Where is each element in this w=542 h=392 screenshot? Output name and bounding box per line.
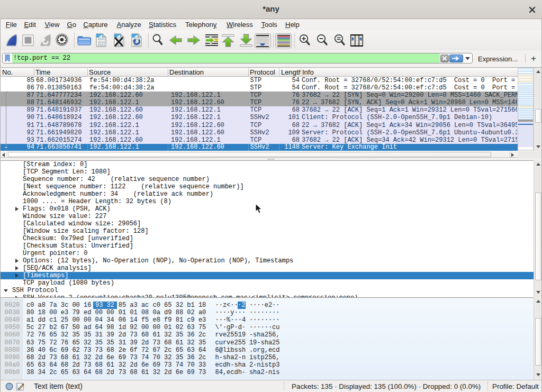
svg-text:0111: 0111 bbox=[98, 43, 105, 47]
